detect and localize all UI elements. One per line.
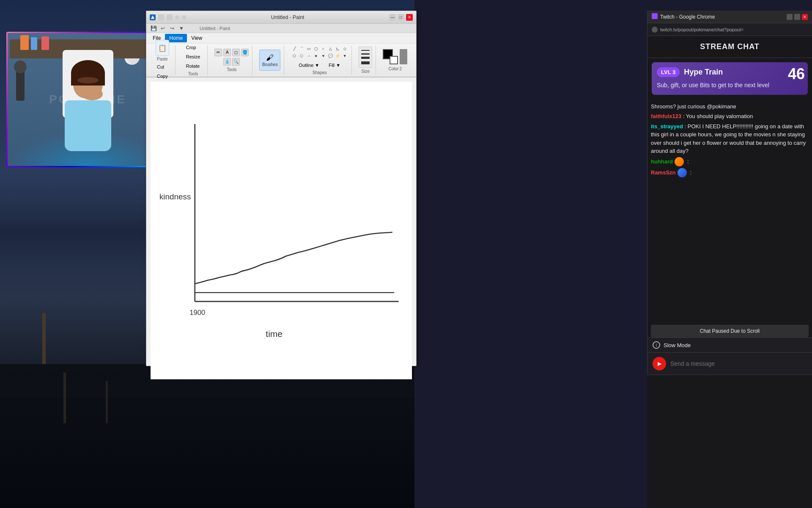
chat-username-4[interactable]: huhhard xyxy=(651,157,673,166)
size-label: Size xyxy=(362,69,370,74)
image-label: Tools xyxy=(188,72,198,76)
chat-message-1: Shrooms? just curious @pokimane xyxy=(651,102,809,111)
line-tool[interactable]: ╱ xyxy=(291,45,298,52)
qat-undo-icon[interactable]: ↩ xyxy=(159,25,167,32)
paint-canvas[interactable]: kindness time 1900 xyxy=(151,82,412,379)
paint-titlebar: Untitled - Paint — □ ✕ xyxy=(146,11,416,24)
chat-message-2: faithfulx123 : You should play valornati… xyxy=(651,112,809,121)
x-axis-label: time xyxy=(266,329,283,339)
browser-maximize[interactable] xyxy=(794,14,800,20)
ribbon-image-group: Crop Resize Rotate Tools xyxy=(179,45,208,75)
browser-title: Twitch - Google Chrome xyxy=(660,14,715,20)
browser-close[interactable]: ✕ xyxy=(802,14,808,20)
close-button[interactable]: ✕ xyxy=(406,14,413,21)
maximize-button[interactable]: □ xyxy=(398,14,404,21)
send-message-bar[interactable] xyxy=(647,352,812,375)
arrow-tool[interactable]: → xyxy=(305,52,312,59)
shapes-grid: ╱ ⌒ ▭ ▢ ○ △ ◺ ◇ ⬠ ⬡ → ★ ♥ 💬 ⚡ ▼ xyxy=(291,45,348,59)
qat-dropdown-icon[interactable]: ▼ xyxy=(178,25,185,32)
bottom-chat-messages xyxy=(647,375,812,508)
chat-message-4: huhhard : xyxy=(651,157,809,166)
callout-tool[interactable]: 💬 xyxy=(327,52,334,59)
url-bar[interactable]: twitch.tv/popout/pokimane/chat?popout= xyxy=(647,23,812,36)
paste-button[interactable]: 📋 xyxy=(156,40,169,56)
twitch-favicon xyxy=(652,13,658,20)
chat-text-4: : xyxy=(687,157,689,166)
star-tool[interactable]: ★ xyxy=(313,52,319,59)
cut-button[interactable]: Cut xyxy=(153,63,172,71)
camera-icon xyxy=(653,357,666,370)
bottom-bg xyxy=(0,364,414,508)
pentagon-tool[interactable]: ⬠ xyxy=(291,52,298,59)
hype-train-count: 46 xyxy=(788,65,805,83)
chat-text-5: : xyxy=(690,168,692,177)
ribbon-size-group: Size xyxy=(355,45,376,75)
ribbon-colors-group: Color 2 xyxy=(379,45,411,75)
webcam-overlay: 🐣 POKIMANE xyxy=(6,32,169,167)
text-tool[interactable]: A xyxy=(223,49,231,56)
canvas-svg: kindness time 1900 xyxy=(151,82,412,379)
paint-title-label: Untitled - Paint xyxy=(200,26,230,31)
eyedropper-tool[interactable]: 💧 xyxy=(223,58,231,66)
resize-button[interactable]: Resize xyxy=(182,52,204,61)
color3-swatch[interactable] xyxy=(400,49,407,64)
qat-save-icon[interactable]: 💾 xyxy=(150,25,157,32)
rounded-rect-tool[interactable]: ▢ xyxy=(313,45,319,52)
paste-label: Paste xyxy=(157,57,168,61)
copy-button[interactable]: Copy xyxy=(153,72,172,80)
paint-title: Untitled - Paint xyxy=(186,14,389,20)
x-tick-label: 1900 xyxy=(189,309,205,317)
lightning-tool[interactable]: ⚡ xyxy=(334,52,341,59)
menu-view[interactable]: View xyxy=(187,34,206,42)
hype-train-description: Sub, gift, or use Bits to get to the nex… xyxy=(657,81,803,90)
send-message-input[interactable] xyxy=(670,360,807,367)
curve-tool[interactable]: ⌒ xyxy=(298,45,305,52)
magnify-tool[interactable]: 🔍 xyxy=(232,58,240,66)
chat-messages-container: Shrooms? just curious @pokimane faithful… xyxy=(647,99,812,325)
brushes-button[interactable]: 🖌 Brushes xyxy=(259,50,280,71)
color2-label: 2 xyxy=(399,66,402,71)
size-selector[interactable] xyxy=(359,47,372,68)
heart-tool[interactable]: ♥ xyxy=(320,52,326,59)
quick-access-toolbar: 💾 ↩ ↪ ▼ Untitled - Paint xyxy=(146,24,416,33)
slow-mode-text: Slow Mode xyxy=(664,342,691,348)
bucket-tool[interactable]: 🪣 xyxy=(241,49,249,56)
ribbon-brushes-group: 🖌 Brushes xyxy=(256,45,284,75)
stream-chat-header: STREAM CHAT xyxy=(647,36,812,58)
minimize-button[interactable]: — xyxy=(389,14,396,21)
chat-text-2: : You should play valornation xyxy=(683,113,753,119)
chat-username-3[interactable]: its_strayyed xyxy=(651,123,683,130)
ellipse-tool[interactable]: ○ xyxy=(320,45,326,52)
pencil-tool[interactable]: ✏ xyxy=(214,49,222,56)
chat-username-5[interactable]: RamsSzn xyxy=(651,168,676,177)
fill-dropdown[interactable]: Fill ▼ xyxy=(325,61,344,69)
rect-tool[interactable]: ▭ xyxy=(305,45,312,52)
more-shapes[interactable]: ▼ xyxy=(341,52,348,59)
info-icon: i xyxy=(653,341,660,349)
url-text: twitch.tv/popout/pokimane/chat?popout= xyxy=(660,27,808,32)
paint-window: Untitled - Paint — □ ✕ 💾 ↩ ↪ ▼ Untitled … xyxy=(146,11,417,366)
color2-swatch[interactable] xyxy=(390,56,398,64)
chat-avatar-5 xyxy=(678,168,687,177)
qat-redo-icon[interactable]: ↪ xyxy=(168,25,176,32)
rotate-button[interactable]: Rotate xyxy=(182,62,204,70)
crop-button[interactable]: Crop xyxy=(182,43,204,52)
chat-username-2[interactable]: faithfulx123 xyxy=(651,113,681,119)
chat-paused-notice[interactable]: Chat Paused Due to Scroll xyxy=(651,325,809,337)
chat-paused-text: Chat Paused Due to Scroll xyxy=(700,328,760,334)
chat-text-1: Shrooms? just curious @pokimane xyxy=(651,103,736,110)
diamond-tool[interactable]: ◇ xyxy=(341,45,348,52)
hexagon-tool[interactable]: ⬡ xyxy=(298,52,305,59)
tools-label: Tools xyxy=(227,67,236,72)
right-triangle-tool[interactable]: ◺ xyxy=(334,45,341,52)
stream-chat-title: STREAM CHAT xyxy=(654,42,806,51)
ribbon-tools-group: ✏ A ◻ 🪣 💧 🔍 Tools xyxy=(211,45,252,75)
eraser-tool[interactable]: ◻ xyxy=(232,49,240,56)
security-icon xyxy=(652,27,658,33)
outline-dropdown[interactable]: Outline ▼ xyxy=(295,61,323,69)
browser-minimize[interactable] xyxy=(787,14,793,20)
twitch-panel: Twitch - Google Chrome ✕ twitch.tv/popou… xyxy=(647,11,812,375)
triangle-tool[interactable]: △ xyxy=(327,45,334,52)
y-axis-label: kindness xyxy=(159,192,191,201)
ribbon-clipboard-group: 📋 Paste Cut Copy xyxy=(150,45,176,75)
